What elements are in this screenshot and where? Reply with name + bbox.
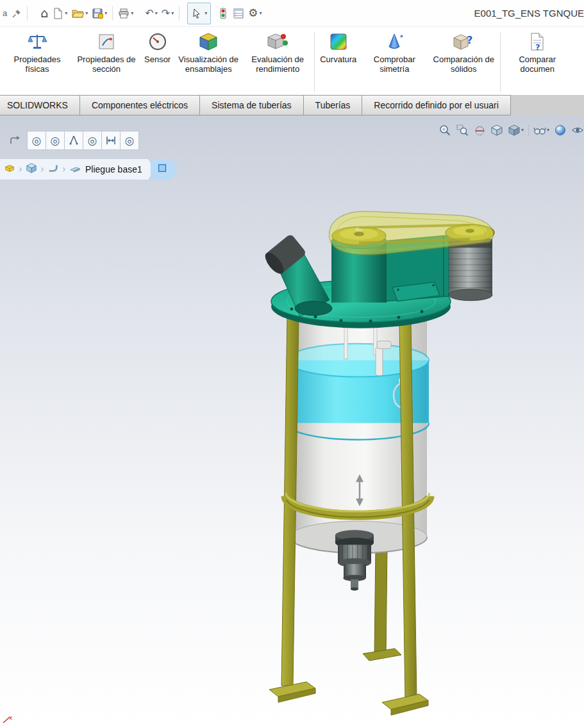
concentric-mate-button[interactable]: ◎ bbox=[83, 131, 102, 150]
sheet-metal-flat-icon[interactable] bbox=[69, 162, 81, 176]
breadcrumb-feature-label[interactable]: Pliegue base1 bbox=[85, 164, 142, 174]
context-toolbar: ◎ ◎ ◎ ◎ bbox=[5, 131, 139, 150]
zoom-fit-icon bbox=[438, 124, 451, 137]
heads-up-view-toolbar: ▾ ▾ ▾ bbox=[438, 124, 584, 137]
dropdown-caret[interactable]: ▾ bbox=[131, 11, 133, 16]
new-document-button[interactable]: ▾ bbox=[50, 4, 69, 23]
open-button[interactable]: ▾ bbox=[69, 4, 90, 23]
concentric-mate-button[interactable]: ◎ bbox=[46, 131, 65, 150]
save-button[interactable]: ▾ bbox=[90, 4, 109, 23]
tab-recorrido-definido[interactable]: Recorrido definido por el usuari bbox=[362, 95, 511, 115]
view-orientation-icon bbox=[490, 124, 503, 137]
sheet-metal-bend-icon[interactable] bbox=[47, 162, 59, 176]
redo-icon: ↷ bbox=[162, 8, 170, 19]
dropdown-caret[interactable]: ▾ bbox=[155, 11, 158, 16]
compare-documents-icon: ? bbox=[527, 31, 547, 52]
dropdown-caret[interactable]: ▾ bbox=[85, 11, 88, 16]
angle-mate-icon bbox=[68, 135, 79, 146]
part-icon[interactable] bbox=[4, 162, 15, 176]
section-view-button[interactable] bbox=[473, 124, 486, 137]
zoom-fit-button[interactable] bbox=[438, 124, 451, 137]
dropdown-caret[interactable]: ▾ bbox=[171, 11, 174, 16]
ribbon-button-label: Curvatura bbox=[320, 55, 356, 64]
section-view-icon bbox=[473, 124, 486, 137]
svg-text:?: ? bbox=[467, 34, 472, 46]
hide-show-items-icon bbox=[533, 124, 546, 137]
ribbon-evaluate: Propiedades físicas Propiedades de secci… bbox=[0, 27, 584, 95]
toolbar-separator bbox=[112, 6, 113, 21]
ribbon-button-sensor[interactable]: Sensor bbox=[141, 30, 174, 66]
view-settings-button[interactable]: ▾ bbox=[571, 124, 584, 137]
toolbar-separator bbox=[27, 6, 28, 21]
concentric-mate-icon: ◎ bbox=[51, 135, 60, 146]
display-style-button[interactable]: ▾ bbox=[508, 124, 524, 137]
toolbar-separator bbox=[528, 124, 529, 136]
ribbon-button-label: Propiedades físicas bbox=[6, 55, 69, 74]
ribbon-button-label: Sensor bbox=[144, 55, 171, 64]
tab-tuberias[interactable]: Tuberías bbox=[303, 95, 363, 115]
ribbon-button-comprobar-simetria[interactable]: Comprobar simetría bbox=[360, 30, 429, 76]
options-button[interactable]: ⚙▾ bbox=[246, 4, 263, 23]
dropdown-caret[interactable]: ▾ bbox=[65, 11, 67, 16]
tab-sistema-de-tuberias[interactable]: Sistema de tuberías bbox=[199, 95, 304, 115]
performance-button[interactable] bbox=[215, 4, 231, 23]
dropdown-caret[interactable]: ▾ bbox=[547, 128, 549, 133]
angle-mate-button[interactable] bbox=[64, 131, 83, 150]
edit-appearance-button[interactable] bbox=[554, 124, 567, 137]
zoom-area-button[interactable] bbox=[456, 124, 469, 137]
ribbon-button-propiedades-seccion[interactable]: Propiedades de sección bbox=[72, 30, 141, 76]
open-folder-icon bbox=[71, 8, 84, 19]
coordinate-triad: x bbox=[2, 714, 13, 727]
sensor-icon bbox=[147, 31, 168, 52]
breadcrumb-chevron: › bbox=[62, 165, 66, 174]
triad-x-axis-label: x bbox=[9, 715, 13, 721]
ribbon-button-label: Propiedades de sección bbox=[75, 55, 138, 74]
quick-access-toolbar: a ⌂ ▾ ▾ ▾ ▾ ↶▾ ↷▾ ▾ ⚙▾ E001_TG_ENS TGNQU… bbox=[0, 0, 584, 27]
ribbon-button-label: Visualización de ensamblajes bbox=[177, 55, 240, 74]
ribbon-button-evaluacion-rendimiento[interactable]: Evaluación de rendimiento bbox=[243, 30, 312, 76]
graphics-viewport[interactable]: ◎ ◎ ◎ ◎ ▾ ▾ bbox=[0, 115, 584, 728]
concentric-mate-button[interactable]: ◎ bbox=[120, 131, 139, 150]
pin-icon[interactable] bbox=[10, 4, 24, 23]
commandmanager-tabs: SOLIDWORKS Componentes eléctricos Sistem… bbox=[0, 95, 584, 115]
home-button[interactable]: ⌂ bbox=[38, 4, 50, 23]
ribbon-button-comparar-documentos[interactable]: ? Comparar documen bbox=[503, 30, 572, 76]
ribbon-button-comparacion-solidos[interactable]: ? Comparación de sólidos bbox=[429, 30, 498, 76]
hide-show-items-button[interactable]: ▾ bbox=[533, 124, 549, 137]
select-tool[interactable]: ▾ bbox=[187, 3, 211, 24]
ribbon-button-propiedades-fisicas[interactable]: Propiedades físicas bbox=[3, 30, 72, 76]
zoom-area-icon bbox=[456, 124, 469, 137]
dropdown-caret[interactable]: ▾ bbox=[259, 11, 262, 16]
dropdown-caret[interactable]: ▾ bbox=[104, 11, 107, 16]
concentric-mate-icon: ◎ bbox=[125, 135, 135, 146]
undo-icon: ↶ bbox=[145, 8, 153, 19]
design-table-button[interactable] bbox=[231, 4, 246, 23]
new-document-icon bbox=[52, 8, 63, 19]
concentric-mate-button[interactable]: ◎ bbox=[27, 131, 46, 150]
exit-arrow-icon[interactable] bbox=[5, 131, 24, 150]
section-properties-icon bbox=[96, 31, 117, 52]
view-orientation-button[interactable] bbox=[490, 124, 503, 137]
mass-properties-icon bbox=[27, 31, 47, 52]
traffic-light-icon bbox=[217, 8, 229, 19]
view-settings-icon bbox=[571, 124, 584, 137]
print-button[interactable]: ▾ bbox=[116, 4, 135, 23]
redo-button[interactable]: ↷▾ bbox=[160, 4, 176, 23]
ribbon-button-label: Comprobar simetría bbox=[363, 55, 426, 74]
dropdown-caret[interactable]: ▾ bbox=[521, 128, 524, 133]
solid-body-icon[interactable] bbox=[26, 162, 37, 176]
ribbon-button-label: Comparar documen bbox=[506, 55, 569, 74]
menu-fragment: a bbox=[3, 8, 7, 18]
home-icon: ⌂ bbox=[40, 7, 48, 19]
breadcrumb-chevron: › bbox=[19, 165, 22, 174]
ribbon-button-visualizacion-ensamblajes[interactable]: Visualización de ensamblajes bbox=[174, 30, 243, 76]
undo-button[interactable]: ↶▾ bbox=[143, 4, 159, 23]
tab-solidworks[interactable]: SOLIDWORKS bbox=[0, 95, 80, 115]
ribbon-button-curvatura[interactable]: Curvatura bbox=[317, 30, 360, 66]
width-mate-button[interactable] bbox=[101, 131, 121, 150]
tab-componentes-electricos[interactable]: Componentes eléctricos bbox=[79, 95, 200, 115]
dropdown-caret[interactable]: ▾ bbox=[204, 11, 207, 16]
breadcrumb-selected-face[interactable] bbox=[151, 159, 178, 180]
3d-model-tank-assembly[interactable] bbox=[0, 115, 584, 728]
design-table-icon bbox=[233, 8, 244, 19]
